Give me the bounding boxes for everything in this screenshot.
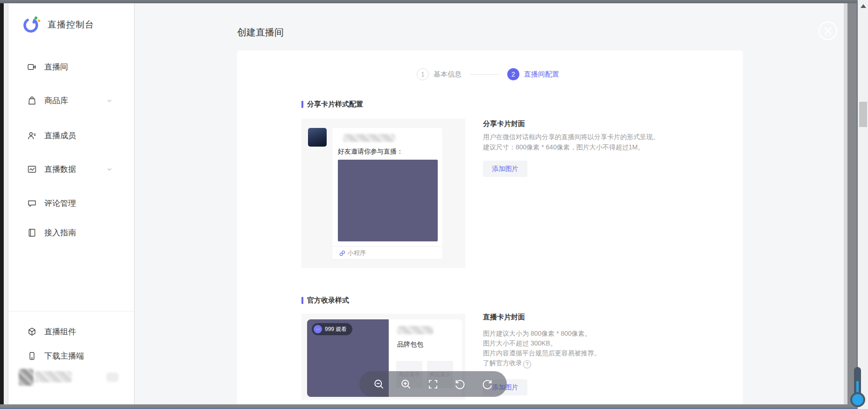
question-circle-icon[interactable]: ? — [523, 360, 531, 368]
chevron-down-icon — [106, 166, 112, 172]
window-top-edge — [0, 0, 868, 3]
fullscreen-button[interactable] — [427, 378, 440, 391]
book-icon — [27, 228, 37, 238]
account-badge-blurred — [106, 373, 119, 382]
window-bottom-edge — [0, 404, 868, 409]
window-right-inner-strip — [844, 3, 847, 404]
live-cover-title: 直播卡片封面 — [483, 313, 525, 322]
mini-program-row: 小程序 — [339, 249, 366, 257]
member-icon — [27, 131, 37, 141]
live-cover-line-3: 图片内容遵循平台规范后更容易被推荐。 — [483, 348, 601, 358]
avatar — [19, 369, 34, 386]
app-logo-icon — [21, 15, 41, 35]
app-title: 直播控制台 — [48, 19, 94, 31]
pointer-cursor-tip — [850, 392, 865, 407]
sidebar-item-live-data[interactable]: 直播数据 — [8, 160, 134, 178]
rotate-left-icon — [454, 378, 466, 390]
link-icon — [339, 250, 345, 256]
sidebar-item-live-members[interactable]: 直播成员 — [8, 126, 134, 145]
share-cover-line-1: 用户在微信对话框内分享的直播间将以分享卡片的形式呈现。 — [483, 132, 659, 142]
window-right-edge — [847, 3, 857, 404]
sidebar-item-label: 下载主播端 — [44, 351, 84, 361]
scrollbar-thumb[interactable] — [859, 102, 867, 127]
mini-program-label: 小程序 — [348, 249, 366, 257]
section-accent-bar — [301, 101, 303, 108]
chart-icon — [27, 164, 37, 174]
live-dots-icon: ⋯ — [314, 325, 322, 333]
sidebar-item-label: 直播数据 — [44, 164, 76, 175]
section-title: 分享卡片样式配置 — [307, 100, 363, 109]
app-window: 直播控制台 直播间 商品库 直播成员 直播数据 — [0, 0, 868, 409]
zoom-in-icon — [400, 378, 412, 390]
zoom-out-icon — [373, 378, 385, 390]
section-share-card-heading: 分享卡片样式配置 — [301, 100, 363, 109]
account-name-blurred — [35, 371, 72, 382]
rotate-right-icon — [481, 378, 493, 390]
live-cover-line-4: 了解官方收录? — [483, 358, 531, 368]
sidebar-item-integration-guide[interactable]: 接入指南 — [8, 223, 134, 242]
section-official-listing-heading: 官方收录样式 — [301, 296, 349, 305]
listing-title: 品牌包包 — [397, 340, 423, 349]
share-cover-placeholder — [338, 160, 438, 241]
zoom-in-button[interactable] — [399, 378, 413, 391]
window-left-edge — [0, 3, 4, 409]
app-logo-row: 直播控制台 — [21, 14, 129, 35]
comment-icon — [27, 198, 37, 208]
section-title: 官方收录样式 — [307, 296, 349, 305]
stepper: 1 基本信息 2 直播间配置 — [417, 68, 559, 80]
step-1-label: 基本信息 — [434, 70, 462, 79]
listing-name-blurred — [397, 326, 434, 334]
close-icon — [818, 21, 838, 41]
sidebar-item-label: 接入指南 — [44, 227, 76, 238]
live-cover-line-2: 图片大小不超过 300KB。 — [483, 338, 557, 348]
invite-text: 好友邀请你参与直播： — [338, 148, 403, 156]
account-row[interactable] — [19, 369, 126, 388]
sidebar-item-live-components[interactable]: 直播组件 — [8, 322, 134, 341]
sidebar-item-download-anchor-app[interactable]: 下载主播端 — [8, 346, 134, 365]
viewers-badge: ⋯ 999 观看 — [312, 323, 352, 335]
live-cover-line-1: 图片建议大小为 800像素 * 800像素。 — [483, 329, 591, 338]
step-2-label: 直播间配置 — [524, 70, 559, 79]
sidebar-item-label: 直播成员 — [44, 130, 76, 141]
window-left-inner-strip — [4, 3, 8, 404]
image-viewer-toolbar — [359, 371, 507, 397]
step-1-circle: 1 — [417, 68, 429, 80]
sidebar-item-label: 评论管理 — [44, 198, 76, 209]
sidebar-item-comment-management[interactable]: 评论管理 — [8, 194, 134, 212]
step-2-circle: 2 — [507, 68, 519, 80]
vertical-scrollbar[interactable] — [858, 0, 868, 409]
sidebar-item-label: 直播组件 — [44, 326, 76, 337]
modal-title: 创建直播间 — [237, 26, 284, 39]
zoom-out-button[interactable] — [372, 378, 385, 391]
cube-icon — [27, 327, 37, 337]
share-cover-line-2: 建议尺寸：800像素 * 640像素，图片大小不得超过1M。 — [483, 142, 644, 152]
scrollbar-up-arrow-icon[interactable] — [861, 4, 866, 8]
video-camera-icon — [27, 62, 37, 72]
chat-card-divider — [332, 246, 442, 247]
chevron-down-icon — [106, 98, 112, 104]
viewers-count: 999 观看 — [325, 325, 347, 333]
stepper-connector — [470, 74, 499, 75]
sidebar-divider — [8, 311, 134, 311]
sidebar-item-live-room[interactable]: 直播间 — [8, 57, 134, 76]
rotate-left-button[interactable] — [454, 378, 467, 391]
fullscreen-icon — [427, 378, 439, 390]
rotate-right-button[interactable] — [481, 378, 494, 391]
share-cover-title: 分享卡片封面 — [483, 120, 525, 128]
chat-avatar-image — [308, 128, 327, 147]
shopping-bag-icon — [27, 96, 37, 106]
add-image-button-share[interactable]: 添加图片 — [483, 161, 527, 177]
sender-name-blurred — [343, 134, 395, 142]
sidebar-item-product-library[interactable]: 商品库 — [8, 91, 134, 110]
sidebar-item-label: 商品库 — [44, 95, 68, 106]
section-accent-bar — [301, 297, 303, 304]
learn-official-listing-text: 了解官方收录 — [483, 359, 522, 367]
sidebar-item-label: 直播间 — [44, 62, 68, 72]
close-button[interactable] — [818, 21, 838, 41]
phone-icon — [27, 351, 37, 361]
